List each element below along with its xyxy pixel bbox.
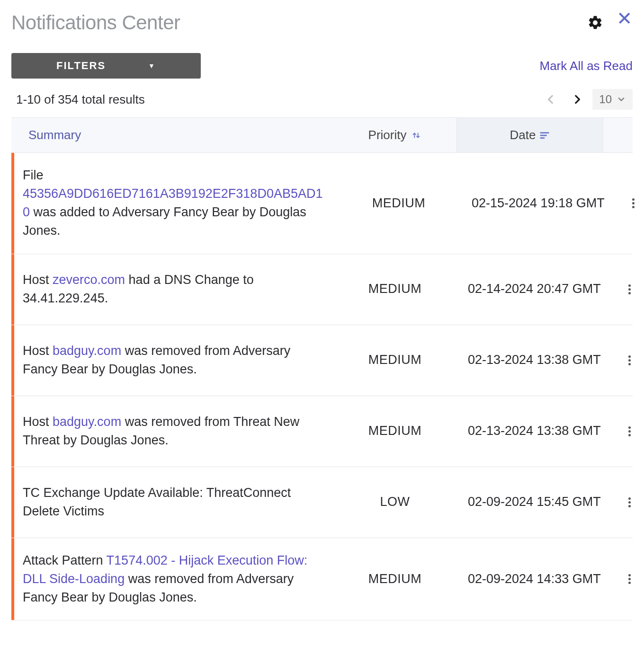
column-header-summary[interactable]: Summary	[11, 118, 333, 152]
table-body: File 45356A9DD616ED7161A3B9192E2F318D0AB…	[11, 153, 633, 620]
summary-text: Host badguy.com was removed from Adversa…	[23, 342, 322, 379]
table-row: Host badguy.com was removed from Adversa…	[11, 325, 633, 396]
next-page-button[interactable]	[566, 88, 589, 111]
filters-label: FILTERS	[56, 60, 106, 72]
date-cell: 02-09-2024 14:33 GMT	[456, 538, 612, 620]
summary-text: File 45356A9DD616ED7161A3B9192E2F318D0AB…	[23, 166, 326, 240]
summary-cell: Host badguy.com was removed from Adversa…	[11, 325, 333, 396]
summary-text: Host zeverco.com had a DNS Change to 34.…	[23, 271, 322, 308]
summary-cell: Host zeverco.com had a DNS Change to 34.…	[11, 254, 333, 325]
summary-text: Host badguy.com was removed from Threat …	[23, 413, 322, 450]
summary-fragment: TC Exchange Update Available: ThreatConn…	[23, 486, 291, 518]
summary-cell: TC Exchange Update Available: ThreatConn…	[11, 467, 333, 538]
column-header-priority[interactable]: Priority	[333, 118, 456, 152]
summary-fragment: File	[23, 168, 44, 182]
column-header-priority-label: Priority	[368, 128, 407, 142]
summary-link[interactable]: zeverco.com	[53, 273, 125, 287]
summary-fragment: Host	[23, 344, 53, 358]
priority-cell: MEDIUM	[333, 325, 456, 396]
priority-cell: LOW	[333, 467, 456, 538]
table-header: Summary Priority Date	[11, 118, 633, 153]
actions-cell	[612, 325, 644, 396]
date-cell: 02-15-2024 19:18 GMT	[460, 153, 616, 254]
summary-fragment: Host	[23, 415, 53, 429]
row-actions-menu-button[interactable]	[624, 349, 635, 372]
date-cell: 02-13-2024 13:38 GMT	[456, 325, 612, 396]
date-cell: 02-14-2024 20:47 GMT	[456, 254, 612, 325]
actions-cell	[612, 254, 644, 325]
header: Notifications Center ✕	[11, 11, 633, 34]
page-size-select[interactable]: 10	[592, 89, 633, 110]
results-count: 1-10 of 354 total results	[16, 92, 145, 107]
summary-cell: Host badguy.com was removed from Threat …	[11, 396, 333, 467]
notifications-table: Summary Priority Date File 45356A	[11, 117, 633, 620]
priority-cell: MEDIUM	[333, 396, 456, 467]
pagination-bar: 1-10 of 354 total results 10	[11, 88, 633, 111]
summary-link[interactable]: badguy.com	[53, 415, 121, 429]
summary-link[interactable]: badguy.com	[53, 344, 121, 358]
sort-desc-icon	[539, 131, 550, 140]
mark-all-as-read-link[interactable]: Mark All as Read	[539, 59, 633, 73]
summary-fragment: Host	[23, 273, 53, 287]
summary-fragment: was added to Adversary Fancy Bear by Dou…	[23, 205, 306, 238]
table-row: File 45356A9DD616ED7161A3B9192E2F318D0AB…	[11, 153, 633, 254]
row-actions-menu-button[interactable]	[624, 568, 635, 590]
chevron-down-icon	[617, 95, 626, 104]
row-actions-menu-button[interactable]	[624, 491, 635, 513]
pager: 10	[539, 88, 633, 111]
summary-cell: File 45356A9DD616ED7161A3B9192E2F318D0AB…	[11, 153, 337, 254]
actions-cell	[612, 538, 644, 620]
page-title: Notifications Center	[11, 11, 180, 34]
prev-page-button[interactable]	[539, 88, 562, 111]
priority-cell: MEDIUM	[333, 254, 456, 325]
priority-cell: MEDIUM	[333, 538, 456, 620]
summary-cell: Attack Pattern T1574.002 - Hijack Execut…	[11, 538, 333, 620]
summary-fragment: Attack Pattern	[23, 553, 107, 567]
toolbar: FILTERS ▼ Mark All as Read	[11, 53, 633, 79]
table-row: Attack Pattern T1574.002 - Hijack Execut…	[11, 538, 633, 620]
column-header-date[interactable]: Date	[456, 118, 603, 152]
actions-cell	[612, 467, 644, 538]
date-cell: 02-13-2024 13:38 GMT	[456, 396, 612, 467]
summary-text: Attack Pattern T1574.002 - Hijack Execut…	[23, 551, 322, 607]
table-row: Host zeverco.com had a DNS Change to 34.…	[11, 254, 633, 325]
column-header-date-label: Date	[510, 128, 536, 142]
filters-button[interactable]: FILTERS ▼	[11, 53, 201, 79]
date-cell: 02-09-2024 15:45 GMT	[456, 467, 612, 538]
column-header-summary-label: Summary	[28, 128, 81, 142]
caret-down-icon: ▼	[148, 62, 156, 70]
column-header-actions	[603, 118, 633, 152]
priority-cell: MEDIUM	[337, 153, 460, 254]
row-actions-menu-button[interactable]	[624, 420, 635, 443]
table-row: TC Exchange Update Available: ThreatConn…	[11, 467, 633, 538]
row-actions-menu-button[interactable]	[627, 192, 639, 214]
page-size-value: 10	[599, 93, 612, 106]
row-actions-menu-button[interactable]	[624, 278, 635, 301]
header-actions: ✕	[587, 15, 633, 31]
close-icon[interactable]: ✕	[617, 9, 633, 28]
gear-icon[interactable]	[587, 15, 603, 31]
actions-cell	[612, 396, 644, 467]
sort-updown-icon	[411, 130, 421, 141]
actions-cell	[616, 153, 644, 254]
summary-text: TC Exchange Update Available: ThreatConn…	[23, 484, 322, 521]
table-row: Host badguy.com was removed from Threat …	[11, 396, 633, 467]
